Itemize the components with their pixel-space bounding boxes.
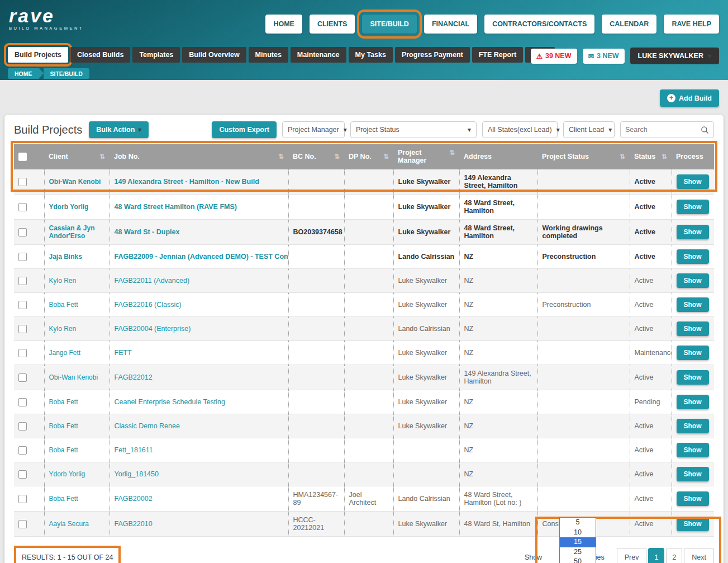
pagination-prev[interactable]: Prev <box>617 548 647 563</box>
client-link[interactable]: Boba Fett <box>49 301 78 309</box>
tab-fte-report[interactable]: FTE Report <box>472 47 523 63</box>
sort-icon[interactable]: ⇅ <box>334 153 340 160</box>
column-header-client[interactable]: ⇅ Client <box>44 144 110 169</box>
row-checkbox[interactable] <box>18 422 27 430</box>
show-button[interactable]: Show <box>677 346 709 360</box>
tab-templates[interactable]: Templates <box>132 47 180 63</box>
client-link[interactable]: Obi-Wan Kenobi <box>49 373 98 381</box>
row-checkbox[interactable] <box>18 446 27 455</box>
project-status-filter[interactable]: Project Status ▾ <box>350 121 477 138</box>
column-header-dp-no-[interactable]: ⇅ DP No. <box>344 144 393 169</box>
show-button[interactable]: Show <box>677 273 709 288</box>
tab-progress-payment[interactable]: Progress Payment <box>395 47 470 63</box>
sort-icon[interactable]: ⇅ <box>278 153 284 160</box>
client-link[interactable]: Jaja Binks <box>49 253 82 261</box>
row-checkbox[interactable] <box>18 178 27 186</box>
job-no-link[interactable]: FAGB20002 <box>115 495 153 503</box>
client-link[interactable]: Obi-Wan Kenobi <box>49 178 101 186</box>
sort-icon[interactable]: ⇅ <box>662 153 667 160</box>
job-no-link[interactable]: FAGB22012 <box>115 373 153 381</box>
job-no-link[interactable]: FAGB20004 (Enterprise) <box>115 325 191 333</box>
job-no-link[interactable]: Fett_181611 <box>115 446 153 454</box>
client-link[interactable]: Cassian & Jyn Andor'Erso <box>49 224 95 240</box>
column-header-status[interactable]: ⇅ Status <box>630 144 672 169</box>
pagination-page-2[interactable]: 2 <box>666 548 682 563</box>
row-checkbox[interactable] <box>18 398 27 406</box>
row-checkbox[interactable] <box>18 301 27 309</box>
search-icon[interactable] <box>701 126 709 134</box>
tab-closed-builds[interactable]: Closed Builds <box>70 47 130 63</box>
row-checkbox[interactable] <box>18 253 27 261</box>
job-no-link[interactable]: Classic Demo Renee <box>115 422 180 430</box>
breadcrumb-home[interactable]: HOME <box>8 68 39 79</box>
client-link[interactable]: Boba Fett <box>49 398 78 406</box>
show-button[interactable]: Show <box>677 419 709 433</box>
project-manager-filter[interactable]: Project Manager ▾ <box>282 121 345 138</box>
select-all-checkbox[interactable] <box>18 153 27 161</box>
job-no-link[interactable]: FAGB22009 - Jennian (Advanced DEMO) - TE… <box>115 253 289 261</box>
alerts-badge[interactable]: ⚠ 39 NEW <box>531 49 577 64</box>
show-button[interactable]: Show <box>677 200 709 214</box>
column-header-bc-no-[interactable]: ⇅ BC No. <box>288 144 344 169</box>
nav-button-financial[interactable]: FINANCIAL <box>424 15 477 34</box>
tab-build-projects[interactable]: Build Projects <box>8 47 68 63</box>
nav-button-clients[interactable]: CLIENTS <box>310 15 355 34</box>
column-header-process[interactable]: Process <box>672 144 714 169</box>
tab-build-overview[interactable]: Build Overview <box>182 47 246 63</box>
show-button[interactable]: Show <box>677 443 709 457</box>
column-header-address[interactable]: Address <box>459 144 537 169</box>
nav-button-calendar[interactable]: CALENDAR <box>602 15 656 34</box>
job-no-link[interactable]: Yorlig_181450 <box>115 470 159 478</box>
nav-button-site-build[interactable]: SITE/BUILD <box>362 15 416 34</box>
show-button[interactable]: Show <box>677 225 709 239</box>
job-no-link[interactable]: FAGB22016 (Classic) <box>115 301 182 309</box>
page-size-option[interactable]: 50 <box>560 557 596 563</box>
messages-badge[interactable]: ✉ 3 NEW <box>583 49 625 64</box>
client-link[interactable]: Kylo Ren <box>49 325 77 333</box>
page-size-option[interactable]: 15 <box>560 537 596 547</box>
row-checkbox[interactable] <box>18 520 27 528</box>
client-link[interactable]: Ydorb Yorlig <box>49 203 89 211</box>
bulk-action-button[interactable]: Bulk Action ▾ <box>89 121 149 138</box>
tab-maintenance[interactable]: Maintenance <box>291 47 346 63</box>
client-link[interactable]: Aayla Secura <box>49 520 89 528</box>
row-checkbox[interactable] <box>18 203 27 211</box>
add-build-button[interactable]: + Add Build <box>660 89 719 107</box>
search-input[interactable] <box>625 126 697 134</box>
nav-button-contractors-contacts[interactable]: CONTRACTORS/CONTACTS <box>484 15 594 34</box>
job-no-link[interactable]: 149 Alexandra Street - Hamilton - New Bu… <box>115 178 259 186</box>
show-button[interactable]: Show <box>677 491 709 506</box>
page-size-option[interactable]: 10 <box>560 528 596 538</box>
show-button[interactable]: Show <box>677 297 709 312</box>
column-header-project-manager[interactable]: ⇅ Project Manager <box>393 144 459 169</box>
row-checkbox[interactable] <box>18 325 27 333</box>
client-link[interactable]: Jango Fett <box>49 349 81 357</box>
tab-my-tasks[interactable]: My Tasks <box>349 47 393 63</box>
client-link[interactable]: Kylo Ren <box>49 277 77 285</box>
job-no-link[interactable]: Ceanel Enterprise Schedule Testing <box>115 398 226 406</box>
nav-button-home[interactable]: HOME <box>265 15 302 34</box>
nav-button-rave-help[interactable]: RAVE HELP <box>664 15 719 34</box>
job-no-link[interactable]: 48 Ward St - Duplex <box>115 228 180 236</box>
row-checkbox[interactable] <box>18 495 27 503</box>
page-size-option[interactable]: 5 <box>560 518 596 528</box>
show-button[interactable]: Show <box>677 395 709 409</box>
page-size-option[interactable]: 25 <box>560 547 596 557</box>
row-checkbox[interactable] <box>18 373 27 382</box>
client-link[interactable]: Boba Fett <box>49 446 78 454</box>
tab-minutes[interactable]: Minutes <box>249 47 288 63</box>
client-link[interactable]: Boba Fett <box>49 422 78 430</box>
client-link[interactable]: Boba Fett <box>49 495 78 503</box>
show-button[interactable]: Show <box>677 467 709 481</box>
job-no-link[interactable]: 48 Ward Street Hamilton (RAVE FMS) <box>115 203 237 211</box>
show-button[interactable]: Show <box>677 249 709 264</box>
job-no-link[interactable]: FETT <box>115 349 132 357</box>
sort-icon[interactable]: ⇅ <box>99 153 105 160</box>
show-button[interactable]: Show <box>677 174 709 189</box>
row-checkbox[interactable] <box>18 277 27 285</box>
show-button[interactable]: Show <box>677 370 709 385</box>
states-filter[interactable]: All States(excl Lead) ▾ <box>482 121 558 138</box>
show-button[interactable]: Show <box>677 321 709 336</box>
pagination-next[interactable]: Next <box>684 548 714 563</box>
row-checkbox[interactable] <box>18 470 27 479</box>
